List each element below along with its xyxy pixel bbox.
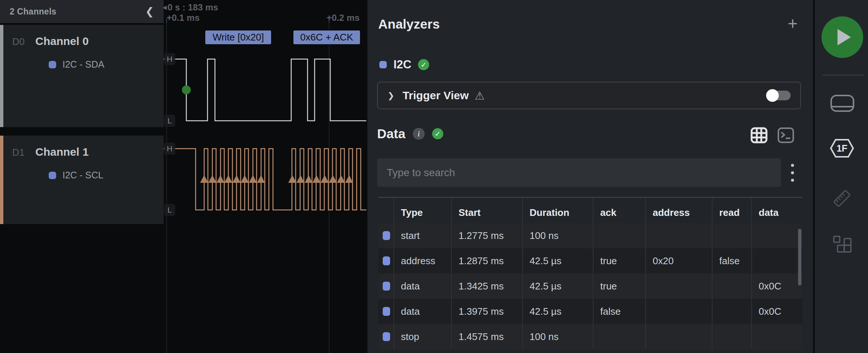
data-section-header: Data i ✓ bbox=[377, 126, 443, 141]
channel-0-block[interactable]: D0 Channel 0 I2C - SDA bbox=[0, 25, 164, 127]
analyzers-title: Analyzers bbox=[378, 17, 440, 32]
timeline-offset-1: +0.1 ms bbox=[167, 13, 200, 23]
table-cell[interactable]: stop bbox=[393, 324, 451, 349]
table-cell[interactable]: 100 ns bbox=[522, 223, 593, 248]
table-cell[interactable] bbox=[712, 223, 751, 248]
warning-icon: ⚠ bbox=[475, 89, 485, 102]
toggle-knob bbox=[766, 89, 779, 102]
measurements-panel-icon[interactable] bbox=[832, 188, 852, 208]
device-settings-icon[interactable] bbox=[830, 94, 855, 112]
i2c-annotation-data[interactable]: 0x6C + ACK bbox=[293, 30, 360, 44]
analyzer-color-chip bbox=[49, 172, 56, 179]
row-marker bbox=[378, 223, 393, 248]
table-cell[interactable]: 1.2775 ms bbox=[451, 223, 522, 248]
row-marker bbox=[378, 273, 393, 299]
i2c-annotation-write[interactable]: Write [0x20] bbox=[205, 30, 271, 44]
table-cell[interactable] bbox=[751, 223, 803, 248]
row-marker bbox=[378, 324, 393, 349]
collapse-panel-icon[interactable]: ❮ bbox=[145, 6, 154, 17]
sda-trace bbox=[164, 59, 366, 121]
table-view-icon[interactable] bbox=[750, 127, 768, 143]
table-options-kebab-icon[interactable] bbox=[788, 162, 797, 183]
channel-0-color-strip bbox=[0, 25, 3, 127]
table-cell[interactable]: false bbox=[712, 248, 751, 273]
table-cell[interactable]: address bbox=[393, 248, 451, 273]
channel-1-id: D1 bbox=[12, 147, 25, 158]
waveform-viewport[interactable] bbox=[164, 0, 367, 353]
analyzer-name: I2C bbox=[393, 58, 411, 71]
analyzer-color-chip bbox=[379, 61, 387, 68]
ch1-high-label: H bbox=[164, 143, 175, 155]
timeline-offset-2: +0.2 ms bbox=[327, 13, 360, 23]
table-cell[interactable]: 1.3425 ms bbox=[451, 273, 522, 299]
scl-trace bbox=[164, 149, 366, 210]
channel-0-name: Channel 0 bbox=[35, 35, 89, 48]
table-cell[interactable] bbox=[593, 223, 645, 248]
channel-1-block[interactable]: D1 Channel 1 I2C - SCL bbox=[0, 136, 164, 224]
table-cell[interactable] bbox=[751, 248, 803, 273]
table-cell[interactable]: 1.2875 ms bbox=[451, 248, 522, 273]
analyzer-color-marker bbox=[383, 307, 390, 316]
table-cell[interactable]: 1.4575 ms bbox=[451, 324, 522, 349]
analyzer-status-check-icon: ✓ bbox=[418, 59, 429, 70]
channel-1-name: Channel 1 bbox=[35, 146, 89, 158]
table-cell[interactable] bbox=[751, 324, 803, 349]
channels-count-label: 2 Channels bbox=[10, 7, 57, 17]
data-status-check-icon: ✓ bbox=[432, 128, 443, 139]
extensions-panel-icon[interactable] bbox=[833, 236, 852, 255]
table-cell[interactable]: 1.3975 ms bbox=[451, 299, 522, 324]
table-cell[interactable]: 42.5 µs bbox=[522, 273, 593, 299]
chevron-right-icon[interactable]: ❯ bbox=[388, 91, 394, 100]
terminal-view-icon[interactable] bbox=[777, 127, 794, 143]
table-cell[interactable]: false bbox=[593, 299, 645, 324]
table-cell[interactable] bbox=[712, 324, 751, 349]
waveform-canvas[interactable] bbox=[164, 0, 367, 353]
timeline-position-label: ◀ 0 s : 183 ms bbox=[163, 2, 218, 13]
table-cell[interactable]: true bbox=[593, 248, 645, 273]
analyzer-color-marker bbox=[383, 256, 390, 265]
table-cell[interactable]: 0x20 bbox=[645, 248, 712, 273]
analyzers-badge-text: 1F bbox=[836, 143, 847, 153]
channel-0-id: D0 bbox=[12, 36, 25, 48]
analyzer-item-i2c[interactable]: I2C ✓ bbox=[379, 58, 429, 71]
table-cell[interactable] bbox=[645, 324, 712, 349]
table-cell[interactable] bbox=[645, 223, 712, 248]
data-view-switcher bbox=[750, 127, 794, 143]
analyzer-color-marker bbox=[383, 231, 390, 240]
scl-sample-markers bbox=[200, 175, 353, 183]
analyzer-color-chip bbox=[49, 61, 56, 68]
add-analyzer-button[interactable]: + bbox=[788, 15, 798, 32]
table-cell[interactable] bbox=[645, 273, 712, 299]
table-cell[interactable]: 0x0C bbox=[751, 299, 803, 324]
table-cell[interactable] bbox=[593, 324, 645, 349]
info-icon[interactable]: i bbox=[413, 128, 425, 140]
trigger-view-toggle[interactable] bbox=[766, 89, 791, 102]
table-cell[interactable]: 0x0C bbox=[751, 273, 803, 299]
channel-1-analyzer-label: I2C - SCL bbox=[62, 170, 103, 181]
trigger-view-row[interactable]: ❯ Trigger View ⚠ bbox=[377, 82, 801, 109]
channel-0-analyzer-row[interactable]: I2C - SDA bbox=[49, 59, 105, 70]
table-cell[interactable]: true bbox=[593, 273, 645, 299]
analyzer-color-marker bbox=[383, 332, 390, 341]
table-cell[interactable] bbox=[712, 273, 751, 299]
scrollbar-thumb[interactable] bbox=[798, 229, 801, 285]
table-cell[interactable]: 42.5 µs bbox=[522, 248, 593, 273]
table-cell[interactable]: data bbox=[393, 273, 451, 299]
table-cell[interactable]: 42.5 µs bbox=[522, 299, 593, 324]
table-cell[interactable] bbox=[712, 299, 751, 324]
play-icon bbox=[838, 29, 851, 45]
data-title: Data bbox=[377, 126, 405, 141]
start-capture-button[interactable] bbox=[822, 16, 863, 58]
table-cell[interactable]: data bbox=[393, 299, 451, 324]
i2c-start-marker-dot bbox=[182, 85, 191, 94]
channel-1-color-strip bbox=[0, 136, 3, 224]
table-cell[interactable]: start bbox=[393, 223, 451, 248]
search-input[interactable] bbox=[377, 158, 781, 187]
table-cell[interactable]: 100 ns bbox=[522, 324, 593, 349]
channel-1-analyzer-row[interactable]: I2C - SCL bbox=[49, 170, 103, 181]
table-cell[interactable] bbox=[645, 299, 712, 324]
sidebar-divider bbox=[823, 75, 864, 75]
analyzers-panel-icon[interactable]: 1F bbox=[830, 139, 854, 158]
table-scrollbar[interactable] bbox=[797, 227, 802, 353]
decoded-data-table[interactable]: Type Start Duration ack address read dat… bbox=[378, 197, 803, 353]
